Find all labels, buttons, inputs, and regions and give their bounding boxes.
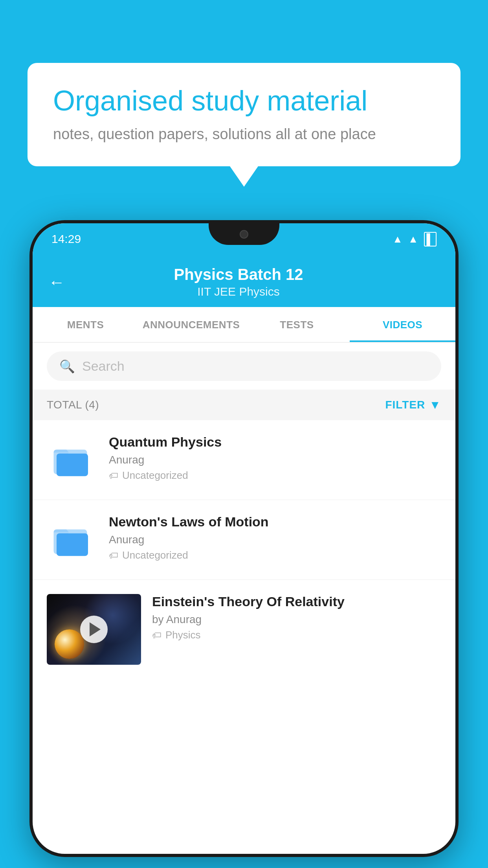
signal-icon: ▲ <box>408 233 418 245</box>
video-title-3: Einstein's Theory Of Relativity <box>152 594 441 609</box>
filter-label: FILTER <box>385 399 425 411</box>
tag-label-2: Uncategorized <box>122 549 188 561</box>
total-count-label: TOTAL (4) <box>47 399 99 411</box>
video-info-1: Quantum Physics Anurag 🏷 Uncategorized <box>109 434 441 482</box>
bubble-title: Organised study material <box>53 85 435 117</box>
folder-icon <box>53 440 92 480</box>
video-title-1: Quantum Physics <box>109 434 441 450</box>
folder-thumbnail-2 <box>47 514 98 565</box>
status-icons: ▲ ▲ ▌ <box>393 232 437 246</box>
app-header: ← Physics Batch 12 IIT JEE Physics <box>33 255 455 307</box>
phone-notch <box>209 223 279 245</box>
back-button[interactable]: ← <box>48 273 65 292</box>
sphere-decoration <box>55 629 84 659</box>
list-item[interactable]: Newton's Laws of Motion Anurag 🏷 Uncateg… <box>33 500 455 580</box>
search-icon: 🔍 <box>59 359 75 374</box>
folder-thumbnail-1 <box>47 434 98 485</box>
video-info-2: Newton's Laws of Motion Anurag 🏷 Uncateg… <box>109 514 441 561</box>
list-item[interactable]: Einstein's Theory Of Relativity by Anura… <box>33 580 455 679</box>
tag-icon-2: 🏷 <box>109 550 118 561</box>
search-placeholder: Search <box>82 359 125 374</box>
video-info-3: Einstein's Theory Of Relativity by Anura… <box>152 594 441 641</box>
phone-frame: 14:29 ▲ ▲ ▌ ← Physics Batch 12 IIT JEE P… <box>29 220 459 857</box>
folder-icon <box>53 520 92 559</box>
tag-label-1: Uncategorized <box>122 469 188 482</box>
list-item[interactable]: Quantum Physics Anurag 🏷 Uncategorized <box>33 420 455 500</box>
filter-row: TOTAL (4) FILTER ▼ <box>33 390 455 420</box>
svg-rect-1 <box>57 454 88 476</box>
header-tags: IIT JEE Physics <box>77 285 400 298</box>
svg-rect-3 <box>57 533 88 556</box>
search-container: 🔍 Search <box>33 343 455 390</box>
play-button[interactable] <box>80 616 108 643</box>
tab-ments[interactable]: MENTS <box>33 307 138 342</box>
video-tag-3: 🏷 Physics <box>152 629 441 641</box>
filter-icon: ▼ <box>429 398 441 412</box>
tab-tests[interactable]: TESTS <box>244 307 350 342</box>
header-title: Physics Batch 12 <box>77 266 400 283</box>
video-tag-2: 🏷 Uncategorized <box>109 549 441 561</box>
tab-announcements[interactable]: ANNOUNCEMENTS <box>138 307 244 342</box>
tabs-bar: MENTS ANNOUNCEMENTS TESTS VIDEOS <box>33 307 455 343</box>
header-title-group: Physics Batch 12 IIT JEE Physics <box>77 266 400 298</box>
video-thumbnail-3 <box>47 594 141 665</box>
video-author-3: by Anurag <box>152 613 441 626</box>
video-tag-1: 🏷 Uncategorized <box>109 469 441 482</box>
status-bar: 14:29 ▲ ▲ ▌ <box>33 223 455 255</box>
video-title-2: Newton's Laws of Motion <box>109 514 441 530</box>
content-area: Quantum Physics Anurag 🏷 Uncategorized <box>33 420 455 679</box>
video-author-2: Anurag <box>109 533 441 546</box>
wifi-icon: ▲ <box>393 233 403 245</box>
camera-icon <box>240 230 248 239</box>
search-input-wrapper[interactable]: 🔍 Search <box>47 351 441 381</box>
video-author-1: Anurag <box>109 454 441 466</box>
battery-icon: ▌ <box>424 232 437 246</box>
bubble-subtitle: notes, question papers, solutions all at… <box>53 126 435 143</box>
tab-videos[interactable]: VIDEOS <box>350 307 455 342</box>
play-triangle-icon <box>90 622 101 636</box>
filter-button[interactable]: FILTER ▼ <box>385 398 441 412</box>
phone-inner: 14:29 ▲ ▲ ▌ ← Physics Batch 12 IIT JEE P… <box>33 223 455 854</box>
status-time: 14:29 <box>51 232 81 246</box>
tag-label-3: Physics <box>165 629 201 641</box>
tag-icon-3: 🏷 <box>152 630 161 641</box>
tag-icon-1: 🏷 <box>109 470 118 481</box>
speech-bubble-card: Organised study material notes, question… <box>28 63 460 166</box>
